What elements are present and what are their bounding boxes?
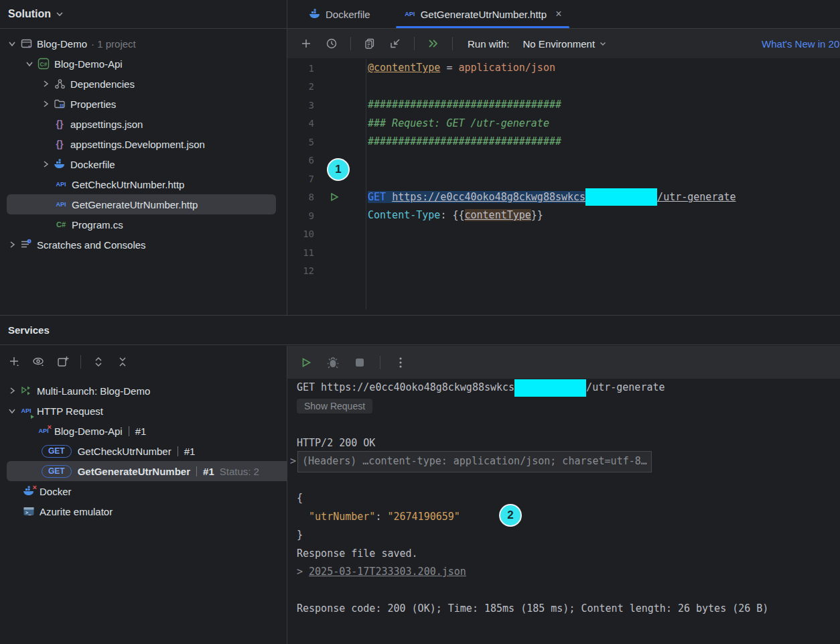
chevron-collapsed-icon[interactable] xyxy=(7,239,17,250)
service-item-http-request[interactable]: API HTTP Request xyxy=(0,401,287,421)
http-variable: @contentType xyxy=(368,62,440,74)
terminal-icon: >_ xyxy=(23,505,35,517)
services-panel-header[interactable]: Services xyxy=(0,315,840,345)
view-options-icon[interactable] xyxy=(29,352,48,371)
folded-headers[interactable]: (Headers) …content-type: application/jso… xyxy=(297,451,652,472)
fold-chevron-icon[interactable]: > xyxy=(290,452,296,471)
http-request-service-icon: API xyxy=(20,405,32,417)
environment-value: No Environment xyxy=(523,38,596,50)
chevron-expanded-icon[interactable] xyxy=(7,405,17,416)
tree-item-appsettings-json[interactable]: {} appsettings.json xyxy=(0,114,287,134)
tree-item-dockerfile[interactable]: Dockerfile xyxy=(0,154,287,174)
ide-window: Solution Blog-Demo · 1 project C# Blog-D… xyxy=(0,0,840,644)
tree-item-label: appsettings.json xyxy=(70,119,143,130)
http-method: GET xyxy=(368,191,392,203)
whats-new-link[interactable]: What's New in 2024 xyxy=(762,38,840,50)
history-icon[interactable] xyxy=(322,34,341,53)
run-all-requests-button[interactable] xyxy=(424,34,443,53)
service-item-multi-launch[interactable]: Multi-Launch: Blog-Demo xyxy=(0,381,287,401)
tree-item-dependencies[interactable]: Dependencies xyxy=(0,74,287,94)
line-number: 6 xyxy=(287,155,314,166)
solution-panel-header[interactable]: Solution xyxy=(0,0,287,28)
tree-item-label: appsettings.Development.json xyxy=(70,139,205,150)
tree-item-label: GetGenerateUtrNumber.http xyxy=(72,199,198,210)
rerun-request-button[interactable] xyxy=(297,353,316,372)
service-item-azurite-emulator[interactable]: >_ Azurite emulator xyxy=(0,501,287,521)
tab-dockerfile[interactable]: Dockerfile xyxy=(301,0,378,28)
service-item-label: HTTP Request xyxy=(37,405,103,417)
solution-icon xyxy=(20,38,32,50)
http-method-badge: GET xyxy=(42,445,72,458)
chevron-down-icon xyxy=(599,40,607,48)
stop-button[interactable] xyxy=(350,353,369,372)
tree-item-project-blog-demo-api[interactable]: C# Blog-Demo-Api xyxy=(0,54,287,74)
json-braces-icon: {} xyxy=(54,138,66,150)
tree-item-label: Dockerfile xyxy=(70,159,115,170)
service-item-label: Docker xyxy=(40,486,72,497)
chevron-collapsed-icon[interactable] xyxy=(40,159,51,170)
add-service-button[interactable] xyxy=(5,352,24,371)
api-file-icon: API xyxy=(404,8,416,20)
chevron-collapsed-icon[interactable] xyxy=(40,78,51,89)
tree-item-properties[interactable]: Properties xyxy=(0,94,287,114)
service-item-getgenerateutrnumber-selected[interactable]: GET GetGenerateUtrNumber #1 Status: 2 xyxy=(7,461,287,481)
open-in-new-tab-icon[interactable] xyxy=(54,352,72,371)
debug-icon[interactable] xyxy=(324,353,342,372)
response-saved-line: Response file saved. xyxy=(297,545,840,564)
run-request-gutter-icon[interactable] xyxy=(314,192,354,202)
expand-all-icon[interactable] xyxy=(89,352,108,371)
response-file-row: > 2025-03-17T233303.200.json xyxy=(297,563,840,582)
code-line-3: ################################ xyxy=(368,96,840,115)
service-item-docker[interactable]: × Docker xyxy=(0,481,287,501)
tree-item-appsettings-development-json[interactable]: {} appsettings.Development.json xyxy=(0,134,287,154)
copy-request-icon[interactable] xyxy=(360,34,379,53)
docker-icon xyxy=(54,158,66,170)
collapse-all-icon[interactable] xyxy=(113,352,132,371)
chevron-collapsed-icon[interactable] xyxy=(40,99,51,109)
tree-item-scratches-and-consoles[interactable]: Scratches and Consoles xyxy=(0,235,287,255)
line-number: 11 xyxy=(287,247,314,258)
tree-item-getgenerateutrnumber-http-selected[interactable]: API GetGenerateUtrNumber.http xyxy=(7,194,276,214)
tab-getgenerateutrnumber-http[interactable]: API GetGenerateUtrNumber.http × xyxy=(396,0,570,28)
annotation-badge-1: 1 xyxy=(327,158,350,181)
add-request-button[interactable] xyxy=(297,34,316,53)
json-open-brace: { xyxy=(297,489,840,508)
tree-item-getcheckutrnumber-http[interactable]: API GetCheckUtrNumber.http xyxy=(0,174,287,194)
request-path: /utr-generate xyxy=(657,191,736,203)
tree-item-program-cs[interactable]: C# Program.cs xyxy=(0,214,287,235)
service-item-label: GetGenerateUtrNumber xyxy=(78,466,190,477)
environment-selector[interactable]: No Environment xyxy=(523,38,608,50)
chevron-expanded-icon[interactable] xyxy=(7,38,17,49)
line-number: 7 xyxy=(287,174,314,184)
service-item-getcheckutrnumber[interactable]: GET GetCheckUtrNumber #1 xyxy=(0,441,287,461)
csharp-project-icon: C# xyxy=(38,58,50,70)
run-number: #1 xyxy=(203,466,214,477)
editor-tab-bar: Dockerfile API GetGenerateUtrNumber.http… xyxy=(287,0,840,28)
annotation-badge-2: 2 xyxy=(499,504,522,527)
chevron-expanded-icon[interactable] xyxy=(24,58,35,69)
code-line-10 xyxy=(368,225,840,244)
code-line-6 xyxy=(368,151,840,170)
properties-folder-icon xyxy=(54,98,66,110)
services-tree: Multi-Launch: Blog-Demo API HTTP Request… xyxy=(0,381,287,521)
line-number: 5 xyxy=(287,137,314,147)
tree-item-solution-blog-demo[interactable]: Blog-Demo · 1 project xyxy=(0,34,287,54)
editor-code[interactable]: @contentType = application/json ########… xyxy=(366,59,840,310)
show-request-button[interactable]: Show Request xyxy=(297,399,372,413)
code-line-12 xyxy=(368,262,840,281)
chevron-collapsed-icon[interactable] xyxy=(7,385,17,396)
headers-folded-row: >(Headers) …content-type: application/js… xyxy=(297,452,840,471)
response-console[interactable]: GET https://e0cc40oko48g8ckwg88swkcs/utr… xyxy=(287,379,840,644)
open-log-icon[interactable] xyxy=(386,34,405,53)
line-number: 3 xyxy=(287,100,314,111)
service-item-blog-demo-api[interactable]: API× Blog-Demo-Api #1 xyxy=(0,421,287,441)
header-name: Content-Type xyxy=(368,209,440,221)
response-file-link[interactable]: 2025-03-17T233303.200.json xyxy=(309,563,466,582)
close-icon[interactable]: × xyxy=(555,8,561,20)
json-value: "2674190659" xyxy=(387,508,460,527)
chevron-down-icon[interactable] xyxy=(55,9,64,19)
http-editor[interactable]: 1 2 3 4 5 6 7 8 9 10 11 12 1 @contentTyp… xyxy=(287,59,840,310)
header-close: }} xyxy=(531,209,543,221)
line-number: 10 xyxy=(287,229,314,239)
more-options-kebab-icon[interactable] xyxy=(391,353,410,372)
